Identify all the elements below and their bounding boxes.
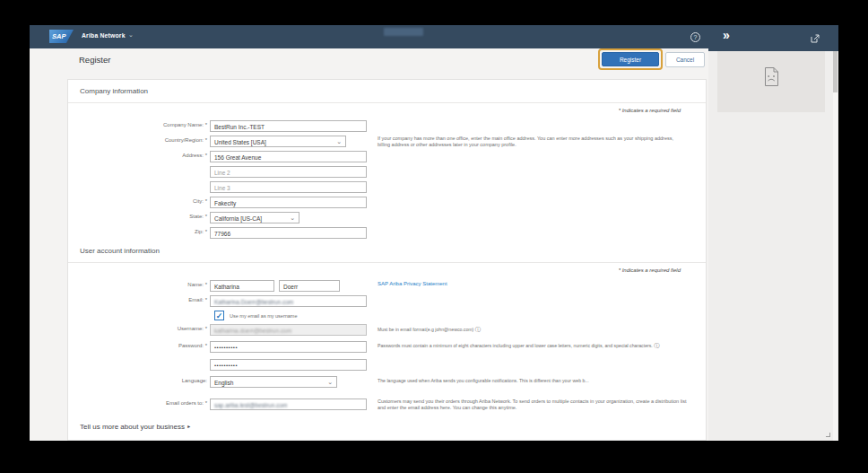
email-value-redacted: Katharina.Doerr@bestrun.com <box>214 299 293 305</box>
password-label: Password: * <box>91 343 207 348</box>
divider <box>68 262 706 263</box>
email-input[interactable]: Katharina.Doerr@bestrun.com <box>210 295 367 307</box>
highlight-annotation: Register <box>598 48 663 70</box>
password-help-label: Passwords must contain a minimum of eigh… <box>378 343 653 348</box>
email-label: Email: * <box>91 297 207 302</box>
privacy-statement-link[interactable]: SAP Ariba Privacy Statement <box>378 281 447 287</box>
username-help-label: Must be in email format(e.g john@newco.c… <box>378 327 473 332</box>
app-title[interactable]: Ariba Network <box>82 32 126 39</box>
resize-grip[interactable] <box>826 433 830 437</box>
email-orders-input[interactable]: sap.ariba.test@bestrun.com <box>210 399 367 410</box>
name-label: Name: * <box>91 282 207 287</box>
form-panel: Company information * Indicates a requir… <box>67 79 707 441</box>
country-select[interactable]: United States [USA] ⌄ <box>210 136 346 147</box>
expand-panel-icon[interactable]: » <box>723 28 730 42</box>
chevron-down-icon: ⌄ <box>327 377 333 387</box>
info-icon[interactable]: ⓘ <box>475 327 481 332</box>
email-orders-help-text: Customers may send you their orders thro… <box>378 399 687 411</box>
language-help-text: The language used when Ariba sends you c… <box>378 378 589 384</box>
sap-logo-icon: SAP <box>49 30 74 43</box>
address-label: Address: * <box>91 153 207 158</box>
email-orders-value-redacted: sap.ariba.test@bestrun.com <box>214 402 287 408</box>
address-line1-input[interactable]: 156 Great Avenue <box>210 151 367 162</box>
password-help-text: Passwords must contain a minimum of eigh… <box>378 343 659 349</box>
company-name-input[interactable]: BestRun Inc.-TEST <box>210 120 367 132</box>
password-input[interactable]: •••••••••• <box>210 341 367 353</box>
cancel-button[interactable]: Cancel <box>665 52 705 67</box>
chevron-down-icon: ⌄ <box>290 213 295 223</box>
expand-arrow-icon: ► <box>187 424 191 429</box>
use-email-as-username-checkbox[interactable]: ✓ <box>214 311 224 320</box>
register-button[interactable]: Register <box>602 52 659 66</box>
state-value: California [US-CA] <box>214 215 262 222</box>
country-help-text: If your company has more than one office… <box>378 136 687 148</box>
country-value: United States [USA] <box>214 139 266 145</box>
section-title-user-account: User account information <box>80 247 160 255</box>
side-panel: » <box>708 25 838 441</box>
language-select[interactable]: English ⌄ <box>210 376 337 388</box>
city-input[interactable]: Fakecity <box>210 197 367 208</box>
page-title: Register <box>79 55 110 65</box>
external-link-icon[interactable] <box>811 34 820 43</box>
chevron-down-icon: ⌄ <box>336 136 342 146</box>
confirm-password-input[interactable]: •••••••••• <box>210 359 367 371</box>
zip-label: Zip: * <box>91 229 207 234</box>
section-title-company: Company information <box>80 87 148 95</box>
address-line3-input[interactable]: Line 3 <box>210 181 367 193</box>
address-line2-input[interactable]: Line 2 <box>210 166 367 178</box>
info-icon[interactable]: ⓘ <box>654 343 659 348</box>
use-email-as-username-label: Use my email as my username <box>230 313 298 319</box>
business-section-label: Tell us more about your business <box>80 423 185 431</box>
app-window: SAP Ariba Network ⌄ ? Register Register … <box>30 25 838 441</box>
city-label: City: * <box>91 198 207 204</box>
state-label: State: * <box>91 214 207 219</box>
chevron-down-icon[interactable]: ⌄ <box>128 31 134 39</box>
thumbnail-placeholder[interactable] <box>717 51 825 112</box>
username-value-redacted: katharina.doerr@bestrun.com <box>214 328 291 334</box>
side-panel-header: » <box>708 25 838 51</box>
company-name-label: Company Name: * <box>91 122 207 127</box>
screenshot-frame: SAP Ariba Network ⌄ ? Register Register … <box>0 0 868 473</box>
username-help-text: Must be in email format(e.g john@newco.c… <box>378 327 481 333</box>
help-icon[interactable]: ? <box>690 32 700 42</box>
email-orders-label: Email orders to: * <box>91 400 207 406</box>
state-select[interactable]: California [US-CA] ⌄ <box>210 212 299 223</box>
country-label: Country/Region: * <box>91 137 207 143</box>
username-input[interactable]: katharina.doerr@bestrun.com <box>210 324 367 336</box>
required-field-note: * Indicates a required field <box>619 267 681 273</box>
language-value: English <box>214 380 233 386</box>
redacted-badge <box>384 28 423 36</box>
scrollbar[interactable] <box>833 51 838 441</box>
broken-image-icon <box>764 66 779 87</box>
zip-input[interactable]: 77966 <box>210 227 367 239</box>
language-label: Language: <box>91 378 207 383</box>
username-label: Username: * <box>91 326 207 331</box>
scrollbar-thumb[interactable] <box>833 51 838 92</box>
section-title-business[interactable]: Tell us more about your business ► <box>80 423 191 431</box>
required-field-note: * Indicates a required field <box>619 108 681 113</box>
last-name-input[interactable]: Doerr <box>279 280 340 292</box>
divider <box>68 102 706 103</box>
first-name-input[interactable]: Katharina <box>210 280 274 292</box>
